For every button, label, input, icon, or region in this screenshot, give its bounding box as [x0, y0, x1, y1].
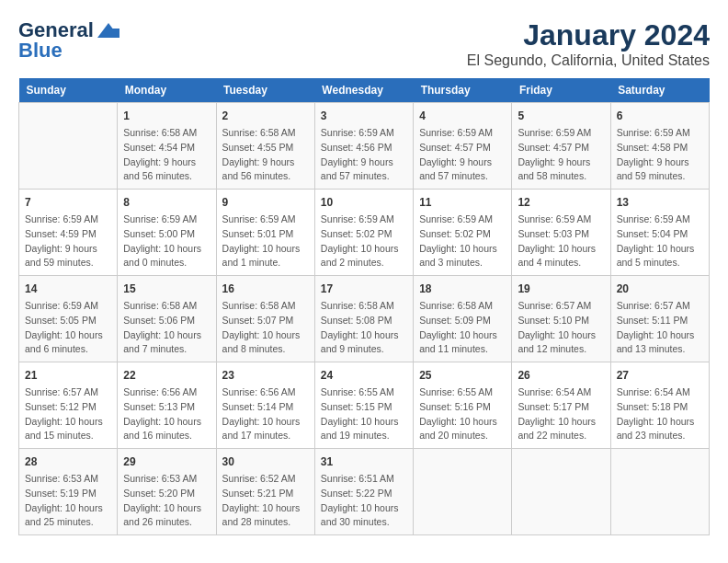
- day-header-saturday: Saturday: [610, 78, 709, 103]
- day-info: Sunrise: 6:55 AM Sunset: 5:16 PM Dayligh…: [419, 385, 506, 443]
- calendar-cell: 18Sunrise: 6:58 AM Sunset: 5:09 PM Dayli…: [414, 276, 512, 362]
- calendar-cell: 21Sunrise: 6:57 AM Sunset: 5:12 PM Dayli…: [19, 362, 118, 449]
- day-number: 20: [617, 281, 703, 297]
- day-info: Sunrise: 6:57 AM Sunset: 5:12 PM Dayligh…: [25, 385, 111, 443]
- day-info: Sunrise: 6:59 AM Sunset: 5:02 PM Dayligh…: [419, 213, 506, 270]
- day-info: Sunrise: 6:59 AM Sunset: 5:02 PM Dayligh…: [321, 213, 407, 270]
- calendar-cell: 3Sunrise: 6:59 AM Sunset: 4:56 PM Daylig…: [314, 103, 413, 190]
- day-number: 18: [419, 281, 506, 297]
- day-number: 5: [518, 108, 604, 124]
- calendar-cell: 26Sunrise: 6:54 AM Sunset: 5:17 PM Dayli…: [512, 362, 610, 449]
- day-number: 13: [617, 194, 703, 211]
- sub-title: El Segundo, California, United States: [467, 52, 710, 69]
- day-info: Sunrise: 6:58 AM Sunset: 4:54 PM Dayligh…: [123, 126, 210, 184]
- calendar-cell: 28Sunrise: 6:53 AM Sunset: 5:19 PM Dayli…: [19, 449, 118, 535]
- calendar-cell: 7Sunrise: 6:59 AM Sunset: 4:59 PM Daylig…: [19, 190, 118, 276]
- logo-icon: [96, 21, 121, 40]
- calendar-cell: 22Sunrise: 6:56 AM Sunset: 5:13 PM Dayli…: [118, 362, 216, 449]
- day-number: 28: [25, 454, 111, 470]
- svg-rect-1: [112, 29, 119, 38]
- day-info: Sunrise: 6:52 AM Sunset: 5:21 PM Dayligh…: [222, 472, 309, 530]
- day-number: 7: [25, 194, 111, 211]
- calendar-cell: 1Sunrise: 6:58 AM Sunset: 4:54 PM Daylig…: [118, 103, 216, 190]
- calendar-week-row: 1Sunrise: 6:58 AM Sunset: 4:54 PM Daylig…: [19, 103, 710, 190]
- day-info: Sunrise: 6:58 AM Sunset: 4:55 PM Dayligh…: [222, 126, 309, 184]
- calendar-cell: 5Sunrise: 6:59 AM Sunset: 4:57 PM Daylig…: [512, 103, 610, 190]
- day-info: Sunrise: 6:59 AM Sunset: 4:56 PM Dayligh…: [321, 126, 407, 184]
- day-info: Sunrise: 6:59 AM Sunset: 5:01 PM Dayligh…: [222, 213, 309, 270]
- day-number: 4: [419, 108, 506, 124]
- day-info: Sunrise: 6:56 AM Sunset: 5:13 PM Dayligh…: [123, 385, 210, 443]
- day-header-thursday: Thursday: [414, 78, 512, 103]
- calendar-cell: 13Sunrise: 6:59 AM Sunset: 5:04 PM Dayli…: [610, 190, 709, 276]
- calendar-cell: [512, 449, 610, 535]
- title-area: January 2024 El Segundo, California, Uni…: [467, 18, 710, 69]
- day-number: 10: [321, 194, 407, 211]
- day-number: 19: [518, 281, 604, 297]
- day-info: Sunrise: 6:59 AM Sunset: 4:59 PM Dayligh…: [25, 213, 111, 270]
- day-number: 1: [123, 108, 210, 124]
- calendar-cell: 14Sunrise: 6:59 AM Sunset: 5:05 PM Dayli…: [19, 276, 118, 362]
- day-number: 8: [123, 194, 210, 211]
- day-info: Sunrise: 6:54 AM Sunset: 5:17 PM Dayligh…: [518, 385, 604, 443]
- calendar-cell: 10Sunrise: 6:59 AM Sunset: 5:02 PM Dayli…: [314, 190, 413, 276]
- day-number: 17: [321, 281, 407, 297]
- calendar-cell: 25Sunrise: 6:55 AM Sunset: 5:16 PM Dayli…: [414, 362, 512, 449]
- day-number: 6: [617, 108, 703, 124]
- calendar-table: SundayMondayTuesdayWednesdayThursdayFrid…: [18, 78, 710, 535]
- calendar-cell: 24Sunrise: 6:55 AM Sunset: 5:15 PM Dayli…: [314, 362, 413, 449]
- day-header-monday: Monday: [118, 78, 216, 103]
- calendar-cell: 31Sunrise: 6:51 AM Sunset: 5:22 PM Dayli…: [314, 449, 413, 535]
- calendar-week-row: 21Sunrise: 6:57 AM Sunset: 5:12 PM Dayli…: [19, 362, 710, 449]
- day-number: 27: [617, 367, 703, 384]
- day-number: 26: [518, 367, 604, 384]
- calendar-cell: 16Sunrise: 6:58 AM Sunset: 5:07 PM Dayli…: [216, 276, 314, 362]
- calendar-cell: 4Sunrise: 6:59 AM Sunset: 4:57 PM Daylig…: [414, 103, 512, 190]
- day-number: 23: [222, 367, 309, 384]
- day-number: 14: [25, 281, 111, 297]
- calendar-cell: 11Sunrise: 6:59 AM Sunset: 5:02 PM Dayli…: [414, 190, 512, 276]
- calendar-cell: 23Sunrise: 6:56 AM Sunset: 5:14 PM Dayli…: [216, 362, 314, 449]
- day-info: Sunrise: 6:54 AM Sunset: 5:18 PM Dayligh…: [617, 385, 703, 443]
- day-info: Sunrise: 6:59 AM Sunset: 4:57 PM Dayligh…: [419, 126, 506, 184]
- day-info: Sunrise: 6:58 AM Sunset: 5:08 PM Dayligh…: [321, 299, 407, 357]
- day-number: 16: [222, 281, 309, 297]
- day-info: Sunrise: 6:56 AM Sunset: 5:14 PM Dayligh…: [222, 385, 309, 443]
- day-info: Sunrise: 6:59 AM Sunset: 5:00 PM Dayligh…: [123, 213, 210, 270]
- calendar-cell: 2Sunrise: 6:58 AM Sunset: 4:55 PM Daylig…: [216, 103, 314, 190]
- day-number: 11: [419, 194, 506, 211]
- day-number: 21: [25, 367, 111, 384]
- calendar-week-row: 28Sunrise: 6:53 AM Sunset: 5:19 PM Dayli…: [19, 449, 710, 535]
- day-number: 25: [419, 367, 506, 384]
- day-number: 30: [222, 454, 309, 470]
- day-info: Sunrise: 6:59 AM Sunset: 4:57 PM Dayligh…: [518, 126, 604, 184]
- day-info: Sunrise: 6:58 AM Sunset: 5:09 PM Dayligh…: [419, 299, 506, 357]
- calendar-cell: [414, 449, 512, 535]
- day-info: Sunrise: 6:59 AM Sunset: 5:03 PM Dayligh…: [518, 213, 604, 270]
- day-number: 2: [222, 108, 309, 124]
- day-header-friday: Friday: [512, 78, 610, 103]
- day-info: Sunrise: 6:59 AM Sunset: 5:05 PM Dayligh…: [25, 299, 111, 357]
- calendar-cell: [610, 449, 709, 535]
- day-info: Sunrise: 6:55 AM Sunset: 5:15 PM Dayligh…: [321, 385, 407, 443]
- day-number: 9: [222, 194, 309, 211]
- day-info: Sunrise: 6:51 AM Sunset: 5:22 PM Dayligh…: [321, 472, 407, 530]
- calendar-cell: [19, 103, 118, 190]
- logo: General Blue: [18, 18, 121, 63]
- calendar-week-row: 7Sunrise: 6:59 AM Sunset: 4:59 PM Daylig…: [19, 190, 710, 276]
- calendar-cell: 29Sunrise: 6:53 AM Sunset: 5:20 PM Dayli…: [118, 449, 216, 535]
- calendar-cell: 6Sunrise: 6:59 AM Sunset: 4:58 PM Daylig…: [610, 103, 709, 190]
- day-number: 22: [123, 367, 210, 384]
- day-info: Sunrise: 6:53 AM Sunset: 5:19 PM Dayligh…: [25, 472, 111, 530]
- day-number: 29: [123, 454, 210, 470]
- day-info: Sunrise: 6:57 AM Sunset: 5:11 PM Dayligh…: [617, 299, 703, 357]
- calendar-cell: 27Sunrise: 6:54 AM Sunset: 5:18 PM Dayli…: [610, 362, 709, 449]
- day-info: Sunrise: 6:53 AM Sunset: 5:20 PM Dayligh…: [123, 472, 210, 530]
- day-info: Sunrise: 6:58 AM Sunset: 5:06 PM Dayligh…: [123, 299, 210, 357]
- day-info: Sunrise: 6:59 AM Sunset: 4:58 PM Dayligh…: [617, 126, 703, 184]
- day-header-sunday: Sunday: [19, 78, 118, 103]
- calendar-cell: 9Sunrise: 6:59 AM Sunset: 5:01 PM Daylig…: [216, 190, 314, 276]
- day-number: 15: [123, 281, 210, 297]
- day-info: Sunrise: 6:59 AM Sunset: 5:04 PM Dayligh…: [617, 213, 703, 270]
- day-info: Sunrise: 6:58 AM Sunset: 5:07 PM Dayligh…: [222, 299, 309, 357]
